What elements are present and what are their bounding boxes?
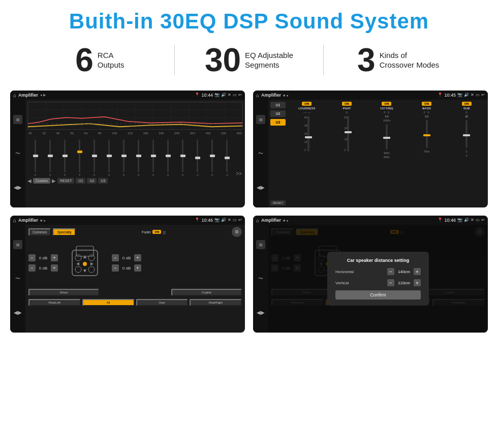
bass-slider[interactable]	[426, 120, 428, 148]
stat-eq-number: 30	[205, 44, 241, 76]
fader-left-top: − 0 dB +	[28, 254, 58, 261]
fader-right-top: − 0 dB +	[112, 254, 141, 261]
loudness-on-btn[interactable]: ON	[302, 102, 312, 106]
location-icon-4: 📍	[438, 218, 443, 223]
home-icon-4: ⌂	[256, 218, 259, 223]
cross-sidebar-wave-icon: 〜	[256, 149, 265, 158]
eq-u1-btn[interactable]: U1	[76, 178, 85, 184]
fader-right-bottom-minus[interactable]: −	[112, 264, 119, 272]
home-icon-3: ⌂	[13, 218, 16, 223]
volume-icon-2: 🔊	[464, 93, 469, 98]
loudness-label: LOUDNESS	[298, 107, 315, 110]
sub-slider[interactable]	[465, 120, 468, 148]
fader-all-btn[interactable]: All	[82, 299, 135, 306]
crossover-topbar-title: Amplifier	[261, 93, 281, 98]
dialog-sidebar-wave-icon: 〜	[256, 274, 265, 283]
fader-left-top-plus[interactable]: +	[51, 254, 58, 261]
dialog-horizontal-plus[interactable]: +	[414, 268, 421, 275]
volume-icon-3: 🔊	[221, 218, 226, 223]
eq-next-arrow[interactable]: ▶	[52, 178, 56, 184]
close-icon-3: ✕	[228, 218, 231, 223]
cutfreq-label: CUT FREQ	[380, 107, 393, 110]
eq-slider-11: 0	[176, 139, 190, 176]
stat-eq: 30 EQ Adjustable Segments	[180, 44, 319, 76]
fader-topbar: ⌂ Amplifier ■ ● 📍 10:46 📷 🔊 ✕ ▭ ↩	[10, 216, 245, 225]
dialog-vertical-minus[interactable]: −	[387, 279, 394, 286]
cross-reset-btn[interactable]: RESET	[270, 200, 286, 205]
fader-left-top-minus[interactable]: −	[28, 254, 36, 261]
svg-point-7	[88, 266, 95, 273]
cutfreq-on-btn[interactable]: ON	[382, 102, 391, 106]
phat-slider[interactable]	[347, 116, 349, 152]
cutfreq-slider[interactable]	[386, 124, 388, 150]
eq-screen-body: ≋ 〜 ◀▶	[10, 100, 245, 207]
eq-prev-arrow[interactable]: ◀	[27, 178, 32, 184]
fader-right-bottom-val: 0 dB	[120, 266, 133, 271]
loudness-slider[interactable]	[307, 116, 309, 152]
eq-slider-6: 0	[102, 139, 116, 176]
fader-right-top-plus[interactable]: +	[134, 254, 141, 261]
camera-icon-3: 📷	[214, 218, 220, 223]
eq-reset-btn[interactable]: RESET	[57, 178, 74, 184]
confirm-button[interactable]: Confirm	[335, 290, 421, 300]
fader-on-badge: ON	[152, 230, 161, 234]
eq-topbar: ⌂ Amplifier ● ▶ 📍 10:44 📷 🔊 ✕ ▭ ↩	[10, 91, 245, 100]
camera-icon-2: 📷	[457, 93, 462, 98]
dialog-topbar: ⌂ Amplifier ■ ● 📍 10:46 📷 🔊 ✕ ▭ ↩	[253, 216, 488, 225]
eq-custom-btn[interactable]: Custom	[33, 178, 50, 184]
fader-topbar-icons: 📍 10:46 📷 🔊 ✕ ▭ ↩	[195, 218, 242, 223]
dialog-sidebar-vol-icon: ◀▶	[256, 308, 265, 317]
fader-spacer-btn	[101, 289, 169, 296]
eq-slider-14: -1	[220, 139, 234, 176]
back-icon-4: ↩	[481, 218, 485, 223]
channel-phat: ON PHAT G 64 32 16 0	[328, 102, 366, 205]
fader-driver-btn[interactable]: Driver	[28, 289, 99, 296]
cross-u2-btn[interactable]: U2	[270, 110, 286, 117]
dialog-horizontal-value: 140cm	[396, 270, 412, 274]
eq-slider-12: -1	[191, 139, 204, 176]
crossover-channels: ON LOUDNESS —— 64 48 32 16 0	[288, 102, 486, 205]
window-icon-2: ▭	[476, 93, 480, 98]
svg-marker-9	[83, 255, 86, 258]
fader-right-top-val: 0 dB	[120, 256, 133, 260]
cross-u1-btn[interactable]: U1	[270, 102, 286, 108]
sub-on-btn[interactable]: ON	[462, 102, 472, 106]
fader-left-bottom-plus[interactable]: +	[51, 264, 58, 272]
fader-sidebar-vol-icon: ◀▶	[13, 308, 22, 317]
fader-copilot-btn[interactable]: Copilot	[171, 289, 242, 296]
fader-user-btn[interactable]: User	[136, 299, 189, 306]
location-icon-2: 📍	[438, 93, 443, 98]
eq-slider-4: 5	[73, 139, 86, 176]
eq-slider-8: 0	[132, 139, 145, 176]
stat-divider-1	[174, 45, 175, 75]
dialog-horizontal-minus[interactable]: −	[387, 268, 394, 275]
fader-right-top-minus[interactable]: −	[112, 254, 119, 261]
eq-u2-btn[interactable]: U2	[87, 178, 97, 184]
fader-right-bottom-plus[interactable]: +	[134, 264, 141, 272]
dialog-vertical-value: 110cm	[396, 281, 412, 285]
channel-sub: ON SUB G 20 5 0	[447, 102, 486, 205]
crossover-topbar: ⌂ Amplifier ■ ● 📍 10:45 📷 🔊 ✕ ▭ ↩	[253, 91, 488, 100]
fader-settings-icon[interactable]: ⚙	[232, 227, 242, 237]
eq-bottom-bar: ◀ Custom ▶ RESET U1 U2 U3	[27, 178, 243, 184]
crossover-sidebar: ≋ 〜 ◀▶	[253, 100, 268, 207]
dialog-horizontal-label: Horizontal	[335, 270, 354, 274]
fader-left-bottom-minus[interactable]: −	[28, 264, 36, 272]
dialog-vertical-label: Vertical	[335, 281, 349, 285]
bass-on-btn[interactable]: ON	[422, 102, 431, 106]
dialog-vertical-plus[interactable]: +	[414, 279, 421, 286]
fader-body: − 0 dB + − 0 dB +	[28, 240, 242, 286]
fader-tab-specialty[interactable]: Specialty	[53, 228, 75, 236]
bass-label: BASS	[422, 107, 431, 110]
crossover-screen: ⌂ Amplifier ■ ● 📍 10:45 📷 🔊 ✕ ▭ ↩ ≋ 〜 ◀▶	[253, 91, 488, 207]
fader-rearright-btn[interactable]: RearRight	[190, 299, 242, 306]
eq-sidebar-wave-icon: 〜	[13, 149, 22, 158]
eq-u3-btn[interactable]: U3	[98, 178, 108, 184]
fader-tab-common[interactable]: Common	[28, 228, 51, 236]
fader-rearleft-btn[interactable]: RearLeft	[28, 299, 81, 306]
cross-u3-btn[interactable]: U3	[270, 119, 286, 126]
dialog-sidebar-eq-icon: ≋	[256, 240, 265, 249]
phat-on-btn[interactable]: ON	[342, 102, 352, 106]
eq-sidebar-vol-icon: ◀▶	[13, 183, 22, 192]
eq-topbar-icons: 📍 10:44 📷 🔊 ✕ ▭ ↩	[195, 93, 242, 98]
